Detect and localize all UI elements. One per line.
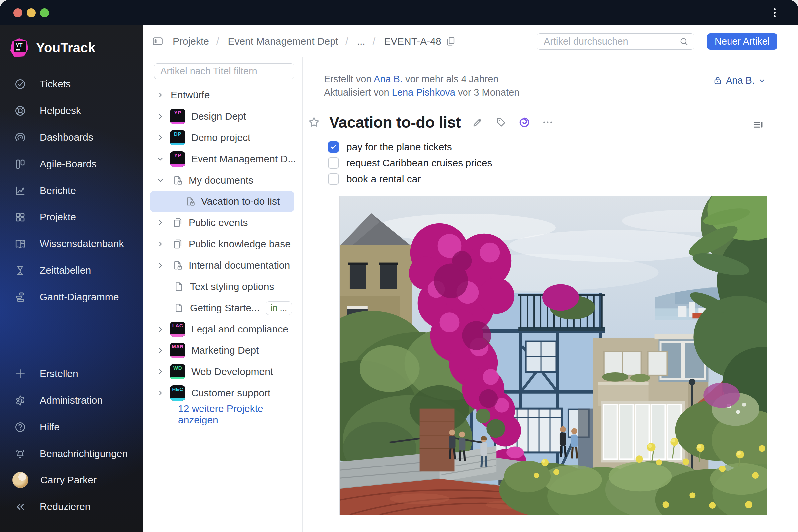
check-circle-icon [14,78,26,91]
tree-item-drafts[interactable]: Entwürfe [142,84,302,106]
toggle-sidebar-icon[interactable] [151,35,164,48]
sidebar-footer: Erstellen Administration Hilfe Benachric… [0,360,142,520]
tree-item-project[interactable]: LAC Legal and compliance [142,319,302,340]
sidebar-item-agile-boards[interactable]: Agile-Boards [0,151,142,177]
tree-item-project[interactable]: YP Design Dept [142,106,302,127]
new-article-button[interactable]: Neuer Artikel [707,33,777,50]
checkbox-unchecked[interactable] [328,173,339,185]
sidebar-item-reports[interactable]: Berichte [0,177,142,204]
open-book-icon [14,238,26,250]
gantt-bars-icon [14,291,26,303]
tree-item-selected-article[interactable]: Vacation to-do list [150,191,294,212]
more-actions-icon[interactable] [542,116,554,128]
checklist-item: book a rental car [328,171,492,187]
gear-icon [14,394,26,407]
tree-item-my-documents[interactable]: My documents [142,170,302,191]
sidebar-item-profile[interactable]: Carry Parker [0,467,142,493]
sidebar-item-knowledge-base[interactable]: Wissensdatenbank [0,230,142,257]
breadcrumb-projects[interactable]: Projekte [173,36,209,47]
article-locked-icon [172,260,183,271]
tree-item-article-group[interactable]: Public events [142,212,302,233]
tree-item-project-expanded[interactable]: YP Event Management D... [142,148,302,170]
sidebar-item-help[interactable]: Hilfe [0,414,142,440]
updated-author-link[interactable]: Lena Pishkova [392,87,455,98]
article-content: Erstellt von Ana B. vor mehr als 4 Jahre… [303,57,798,532]
sidebar: YT YouTrack Tickets Helpdesk Dashboards … [0,25,142,532]
sidebar-item-collapse[interactable]: Reduzieren [0,493,142,520]
sidebar-item-tickets[interactable]: Tickets [0,71,142,97]
chevron-right-icon [156,112,165,121]
svg-text:YT: YT [16,42,23,48]
chevron-right-icon [156,325,165,334]
article-title-row: Vacation to-do list [307,113,554,131]
visibility-selector[interactable]: Ana B. [712,75,766,86]
minimize-window-button[interactable] [26,8,36,17]
checkbox-checked[interactable] [328,141,339,153]
edit-pencil-icon[interactable] [472,116,484,128]
breadcrumb-article-id[interactable]: EVENT-A-48 [384,36,441,47]
article-tree-panel: Entwürfe YP Design Dept DP Demo project … [142,57,303,532]
created-author-link[interactable]: Ana B. [374,74,403,84]
tree-item-project[interactable]: HEC Customer support [142,382,302,404]
project-avatar: YP [170,109,185,124]
checklist-item: request Caribbean cruises prices [328,155,492,171]
search-input[interactable] [544,36,679,47]
project-avatar: HEC [170,385,185,401]
chevron-right-icon [156,389,165,397]
article-location-badge[interactable]: in ... [266,301,292,315]
chevron-right-icon [156,367,165,376]
lifebuoy-icon [14,105,26,117]
checklist: pay for the plane tickets request Caribb… [328,139,492,187]
tree-item-project[interactable]: MAR Marketing Dept [142,340,302,361]
table-of-contents-icon[interactable] [752,118,765,131]
chevron-right-icon [156,91,165,99]
tree-item-article[interactable]: Getting Starte... in ... [142,297,302,319]
checklist-item: pay for the plane tickets [328,139,492,155]
tree-item-article-group[interactable]: Public knowledge base [142,233,302,255]
close-window-button[interactable] [13,8,22,17]
tree-item-project[interactable]: DP Demo project [142,127,302,148]
sidebar-item-administration[interactable]: Administration [0,387,142,414]
checkbox-unchecked[interactable] [328,157,339,169]
app-window: YT YouTrack Tickets Helpdesk Dashboards … [0,0,798,532]
hourglass-icon [14,264,26,277]
sidebar-item-notifications[interactable]: Benachrichtigungen [0,440,142,467]
window-titlebar [0,0,798,25]
sidebar-item-projects[interactable]: Projekte [0,204,142,230]
tag-icon[interactable] [495,116,507,128]
grid-icon [14,211,26,224]
tree-item-article-locked[interactable]: Internal documentation [142,255,302,276]
youtrack-logo[interactable]: YT YouTrack [9,38,96,57]
chevron-down-icon [156,155,165,163]
sidebar-item-helpdesk[interactable]: Helpdesk [0,97,142,124]
star-icon[interactable] [307,116,321,129]
sidebar-item-gantt-charts[interactable]: Gantt-Diagramme [0,284,142,310]
sidebar-item-create[interactable]: Erstellen [0,360,142,387]
youtrack-logo-icon: YT [9,38,28,57]
filter-articles-input[interactable] [154,63,294,79]
collapse-chevrons-icon [14,501,26,513]
breadcrumb-project[interactable]: Event Management Dept [228,36,338,47]
zoom-window-button[interactable] [40,8,49,17]
show-more-projects-link[interactable]: 12 weitere Projekte anzeigen [142,404,302,425]
bell-icon [14,448,26,460]
logo-wordmark: YouTrack [36,40,96,55]
page-title: Vacation to-do list [329,113,460,131]
copy-id-icon[interactable] [445,36,456,46]
tree-item-project[interactable]: WD Web Development [142,361,302,382]
breadcrumb: Projekte / Event Management Dept / ... /… [151,25,456,57]
topbar: Projekte / Event Management Dept / ... /… [142,25,798,57]
chevron-right-icon [156,240,165,248]
project-avatar: WD [170,364,185,379]
gauge-icon [14,131,26,144]
tree-item-article[interactable]: Text styling options [142,276,302,297]
browser-menu-icon[interactable] [769,7,781,19]
project-avatar: YP [170,151,185,167]
breadcrumb-ellipsis[interactable]: ... [357,36,365,47]
sidebar-item-timesheets[interactable]: Zeittabellen [0,257,142,284]
project-avatar: DP [170,130,185,145]
ai-spiral-icon[interactable] [518,116,530,128]
traffic-lights [13,8,49,17]
visibility-value: Ana B. [726,75,755,86]
sidebar-item-dashboards[interactable]: Dashboards [0,124,142,151]
